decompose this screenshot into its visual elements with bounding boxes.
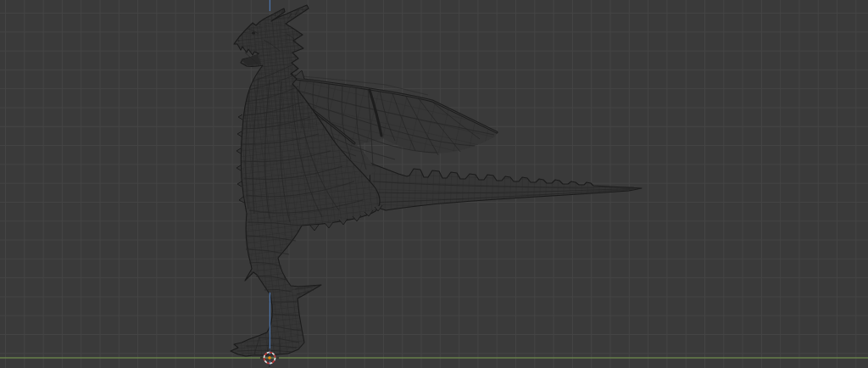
dragon-tail-mesh [370,163,642,210]
dragon-model[interactable] [222,0,642,356]
viewport-canvas [0,0,868,368]
dragon-body-mesh [222,0,382,356]
object-origin-dot [268,356,271,360]
3d-viewport[interactable] [0,0,868,368]
dragon-eye [252,31,255,34]
dragon-nostril [238,40,240,42]
head-fine-mesh [222,0,315,129]
